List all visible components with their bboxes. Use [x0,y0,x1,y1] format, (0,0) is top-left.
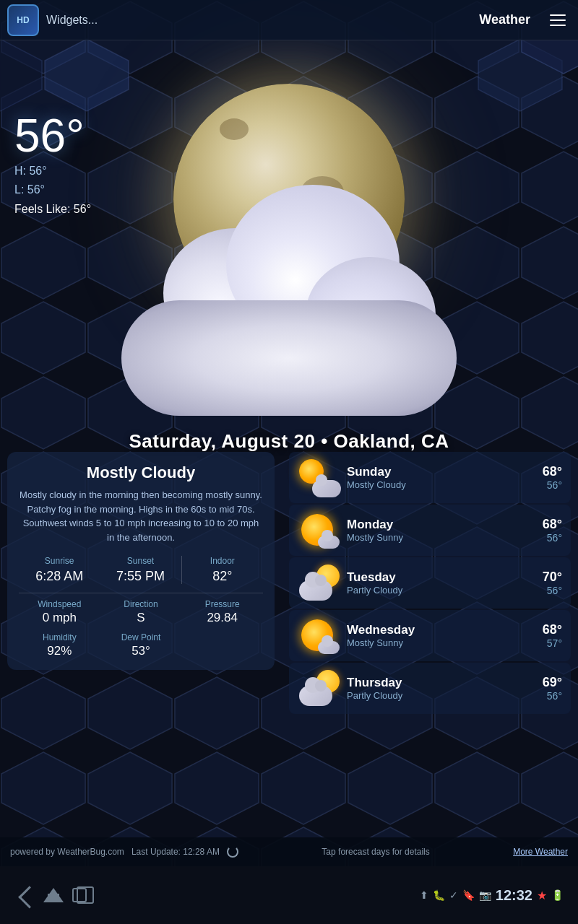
forecast-condition-1: Mostly Sunny [347,532,543,543]
home-icon [43,888,64,902]
forecast-high-1: 68° [543,517,562,532]
sunrise-info: Sunrise 6:28 AM [19,556,100,584]
forecast-low-2: 56° [543,585,562,596]
battery-icon: 🔋 [551,889,564,901]
pressure-stat: Pressure 29.84 [181,599,263,625]
direction-stat: Direction S [100,599,182,625]
weather-main: 56° H: 56° L: 56° Feels Like: 56° Saturd… [0,40,578,863]
forecast-day-1: Monday [347,518,543,532]
forecast-panel: Sunday Mostly Cloudy 68° 56° Monday Most… [289,452,571,715]
forecast-condition-2: Partly Cloudy [347,585,543,596]
menu-line-1 [550,14,566,16]
sunset-info: Sunset 7:55 PM [100,556,181,584]
forecast-day-4: Thursday [347,676,543,690]
bug-icon: 🐛 [433,889,445,901]
direction-label: Direction [100,599,182,609]
sunrise-label: Sunrise [19,556,100,566]
humidity-label: Humidity [19,632,100,642]
weather-tab[interactable]: Weather [465,12,545,27]
dewpoint-label: Dew Point [100,632,182,642]
forecast-day-0: Sunday [347,465,543,479]
sunrise-value: 6:28 AM [19,569,100,584]
forecast-high-3: 68° [543,622,562,637]
windspeed-value: 0 mph [19,611,100,625]
forecast-temps-3: 68° 57° [543,622,562,649]
cloud-small-icon [318,536,340,549]
android-icon: ⬆ [420,889,428,901]
forecast-row[interactable]: Wednesday Mostly Sunny 68° 57° [289,610,571,661]
sunset-label: Sunset [100,556,181,566]
tap-forecast-hint: Tap forecast days for details [246,847,506,857]
indoor-value: 82° [182,569,263,584]
humidity-stat: Humidity 92% [19,632,100,658]
forecast-high-4: 69° [543,675,562,690]
forecast-temps-4: 69° 56° [543,675,562,702]
cloud-icon [299,580,332,601]
forecast-temps-2: 70° 56° [543,570,562,596]
refresh-icon[interactable] [227,846,238,858]
forecast-condition-3: Mostly Sunny [347,637,543,648]
nav-home-button[interactable] [40,882,66,908]
forecast-low-4: 56° [543,690,562,702]
forecast-info-1: Monday Mostly Sunny [347,518,543,543]
divider [19,593,263,593]
recent-icon [72,888,87,902]
direction-value: S [100,611,182,625]
camera-icon: 📷 [479,889,491,901]
indoor-info: Indoor 82° [181,556,263,584]
cloud-image [79,214,499,416]
temp-high: H: 56° [14,162,91,180]
temp-low: L: 56° [14,180,91,199]
current-temperature: 56° [14,113,91,159]
moon-cloud-background [72,69,506,430]
menu-button[interactable] [545,7,571,33]
stats-grid: Windspeed 0 mph Direction S Pressure 29.… [19,599,263,658]
clock: 12:32 [496,887,532,904]
bottom-bar: powered by WeatherBug.com Last Update: 1… [0,837,578,866]
cloud-body [121,300,457,416]
check-icon: ✓ [449,889,458,901]
forecast-row[interactable]: Tuesday Partly Cloudy 70° 56° [289,557,571,609]
condition-title: Mostly Cloudy [19,463,263,482]
forecast-info-2: Tuesday Partly Cloudy [347,570,543,596]
forecast-info-0: Sunday Mostly Cloudy [347,465,543,490]
forecast-high-2: 70° [543,570,562,585]
more-weather-link[interactable]: More Weather [513,847,568,857]
current-temp-area: 56° H: 56° L: 56° Feels Like: 56° [14,113,91,216]
powered-by: powered by WeatherBug.com [10,847,124,857]
forecast-temps-1: 68° 56° [543,517,562,544]
app-logo: HD [7,4,39,36]
humidity-value: 92% [19,644,100,658]
cloud-icon [312,480,341,497]
last-update: Last Update: 12:28 AM [131,847,220,857]
menu-line-3 [550,25,566,26]
nav-back-button[interactable] [14,882,40,908]
nav-recent-button[interactable] [66,882,92,908]
forecast-info-3: Wednesday Mostly Sunny [347,623,543,648]
forecast-row[interactable]: Monday Mostly Sunny 68° 56° [289,505,571,556]
forecast-temps-0: 68° 56° [543,464,562,491]
sun-row: Sunrise 6:28 AM Sunset 7:55 PM Indoor 82… [19,556,263,584]
forecast-icon-3 [298,616,341,655]
menu-line-2 [550,19,566,21]
back-icon [18,886,40,908]
forecast-low-1: 56° [543,532,562,544]
dewpoint-value: 53° [100,644,182,658]
forecast-low-0: 56° [543,479,562,491]
date-location-text: Saturday, August 20 • Oakland, CA [7,430,571,453]
feels-like-label: Feels Like: [14,203,70,215]
pressure-label: Pressure [181,599,263,609]
widgets-label[interactable]: Widgets... [46,14,465,27]
indoor-label: Indoor [182,556,263,566]
forecast-high-0: 68° [543,464,562,479]
dewpoint-stat: Dew Point 53° [100,632,182,658]
star-icon: ★ [537,889,547,902]
forecast-icon-0 [298,458,341,497]
forecast-row[interactable]: Thursday Partly Cloudy 69° 56° [289,663,571,714]
forecast-row[interactable]: Sunday Mostly Cloudy 68° 56° [289,452,571,503]
cloud-small-icon [318,641,340,654]
cloud-icon [299,686,332,706]
forecast-day-2: Tuesday [347,570,543,585]
temp-high-low: H: 56° L: 56° [14,162,91,199]
forecast-icon-4 [298,668,341,708]
